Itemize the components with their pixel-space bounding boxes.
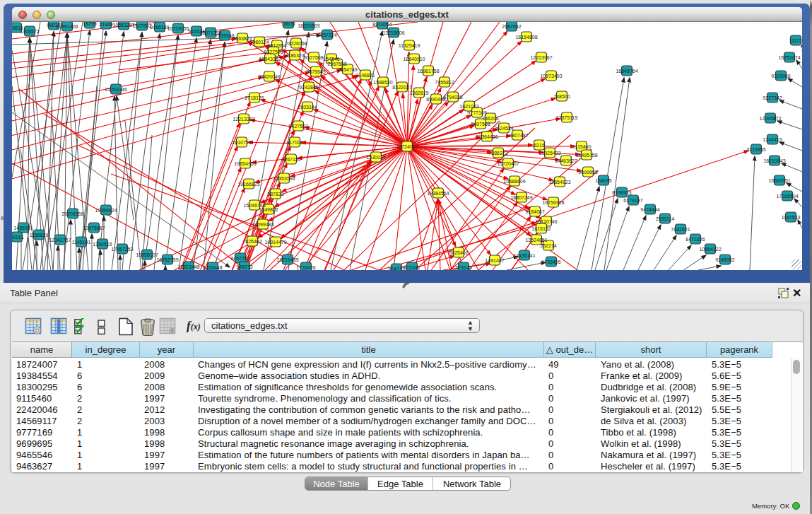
svg-text:20691406: 20691406 <box>56 24 78 29</box>
svg-text:13524851: 13524851 <box>525 238 547 243</box>
svg-text:12213383: 12213383 <box>233 117 254 122</box>
svg-text:7515546: 7515546 <box>215 33 234 38</box>
svg-text:9474444: 9474444 <box>640 207 659 212</box>
svg-text:8912954: 8912954 <box>267 43 286 48</box>
svg-text:16782759: 16782759 <box>156 257 178 262</box>
svg-text:746206: 746206 <box>482 116 498 121</box>
svg-text:945213: 945213 <box>236 264 252 269</box>
svg-text:872341: 872341 <box>404 265 420 270</box>
svg-text:9777169: 9777169 <box>467 110 486 115</box>
svg-text:164095: 164095 <box>595 178 611 183</box>
svg-text:18640910: 18640910 <box>403 57 425 62</box>
svg-text:10653287: 10653287 <box>112 23 134 28</box>
svg-text:964213: 964213 <box>388 267 404 271</box>
svg-text:1362615: 1362615 <box>409 90 428 95</box>
svg-text:18799: 18799 <box>83 22 97 26</box>
svg-text:9184067: 9184067 <box>525 209 544 214</box>
svg-text:12375115: 12375115 <box>556 115 578 120</box>
svg-text:16210643: 16210643 <box>763 158 785 163</box>
svg-text:10719155: 10719155 <box>167 26 189 31</box>
svg-text:23226058: 23226058 <box>285 41 307 46</box>
svg-text:1615132: 1615132 <box>531 226 551 231</box>
svg-text:2935114: 2935114 <box>656 216 675 221</box>
svg-text:16033809: 16033809 <box>298 23 319 28</box>
svg-text:16154808: 16154808 <box>515 35 537 40</box>
svg-text:9245052: 9245052 <box>715 257 734 262</box>
svg-text:14463627: 14463627 <box>555 158 577 163</box>
svg-text:39151: 39151 <box>12 235 24 240</box>
svg-text:6216: 6216 <box>534 143 545 148</box>
svg-text:10688609: 10688609 <box>503 179 525 184</box>
svg-text:7857224: 7857224 <box>317 33 336 37</box>
svg-text:3875645: 3875645 <box>306 69 325 74</box>
svg-text:154546: 154546 <box>323 57 339 62</box>
svg-text:252214: 252214 <box>540 243 556 248</box>
svg-text:9227342: 9227342 <box>763 95 782 100</box>
svg-text:6497568: 6497568 <box>471 122 490 127</box>
svg-text:1549822: 1549822 <box>259 207 278 212</box>
svg-text:1156829: 1156829 <box>30 233 49 238</box>
svg-text:2718176: 2718176 <box>245 95 264 100</box>
svg-text:7632621: 7632621 <box>671 227 690 232</box>
svg-text:19384554: 19384554 <box>427 191 449 196</box>
svg-text:587833: 587833 <box>267 192 283 197</box>
svg-text:1527602: 1527602 <box>132 23 151 28</box>
svg-text:11325419: 11325419 <box>399 43 420 48</box>
svg-text:20206558: 20206558 <box>61 211 83 216</box>
svg-text:12353594: 12353594 <box>273 176 295 181</box>
svg-text:14914479: 14914479 <box>264 240 286 245</box>
svg-text:1621022: 1621022 <box>459 104 478 109</box>
svg-text:9146821: 9146821 <box>355 73 375 78</box>
svg-text:2087682: 2087682 <box>502 24 521 29</box>
svg-text:19166825: 19166825 <box>237 182 259 187</box>
svg-text:1485001: 1485001 <box>13 226 33 230</box>
svg-text:21349: 21349 <box>99 22 113 27</box>
svg-text:13716485: 13716485 <box>276 257 298 262</box>
svg-text:6625402: 6625402 <box>449 250 468 255</box>
svg-text:7625402: 7625402 <box>242 239 261 244</box>
svg-text:1145191: 1145191 <box>72 240 91 245</box>
svg-text:16961758: 16961758 <box>417 69 439 74</box>
svg-text:18807249: 18807249 <box>510 195 532 200</box>
svg-text:10654122: 10654122 <box>699 247 721 252</box>
svg-text:15692951: 15692951 <box>768 178 790 183</box>
svg-text:1588520: 1588520 <box>373 80 392 85</box>
svg-text:15751074: 15751074 <box>778 55 800 60</box>
svg-text:16543362: 16543362 <box>259 57 281 62</box>
svg-text:18495758: 18495758 <box>575 153 597 158</box>
svg-text:16120746: 16120746 <box>535 219 557 224</box>
svg-text:12342757: 12342757 <box>49 238 71 243</box>
svg-text:19654953: 19654953 <box>234 161 256 166</box>
svg-text:1530025: 1530025 <box>366 155 385 160</box>
svg-text:3267130: 3267130 <box>281 157 300 162</box>
svg-text:19654923: 19654923 <box>548 180 570 185</box>
svg-text:9699695: 9699695 <box>578 170 597 175</box>
svg-text:1491447: 1491447 <box>485 258 504 263</box>
svg-text:9327508: 9327508 <box>304 55 323 60</box>
svg-text:8471626: 8471626 <box>686 237 705 242</box>
svg-text:9115460: 9115460 <box>572 144 592 149</box>
svg-text:18724007: 18724007 <box>396 144 418 149</box>
svg-text:8186323: 8186323 <box>285 53 304 58</box>
svg-text:8322037: 8322037 <box>392 85 411 90</box>
svg-text:17016504: 17016504 <box>776 194 798 199</box>
svg-text:1244415: 1244415 <box>763 137 782 142</box>
svg-text:21053346: 21053346 <box>105 87 126 92</box>
svg-text:7386372: 7386372 <box>488 151 507 156</box>
svg-text:12323448: 12323448 <box>177 264 199 269</box>
svg-text:9457791: 9457791 <box>230 256 249 261</box>
svg-text:748500: 748500 <box>553 94 570 99</box>
svg-text:7955812: 7955812 <box>435 80 454 85</box>
svg-text:12093872: 12093872 <box>759 116 781 121</box>
svg-text:273145: 273145 <box>455 265 471 270</box>
svg-text:9242848: 9242848 <box>299 85 318 90</box>
svg-text:2803144: 2803144 <box>298 105 317 110</box>
svg-text:10807487: 10807487 <box>506 133 528 138</box>
svg-text:14136141: 14136141 <box>513 253 535 258</box>
svg-text:10975867: 10975867 <box>83 226 105 230</box>
svg-text:1733426: 1733426 <box>541 259 560 264</box>
svg-text:1610755: 1610755 <box>232 140 251 145</box>
svg-text:18635: 18635 <box>281 22 295 26</box>
svg-text:1203448: 1203448 <box>203 265 222 270</box>
svg-text:15720407: 15720407 <box>497 161 519 166</box>
